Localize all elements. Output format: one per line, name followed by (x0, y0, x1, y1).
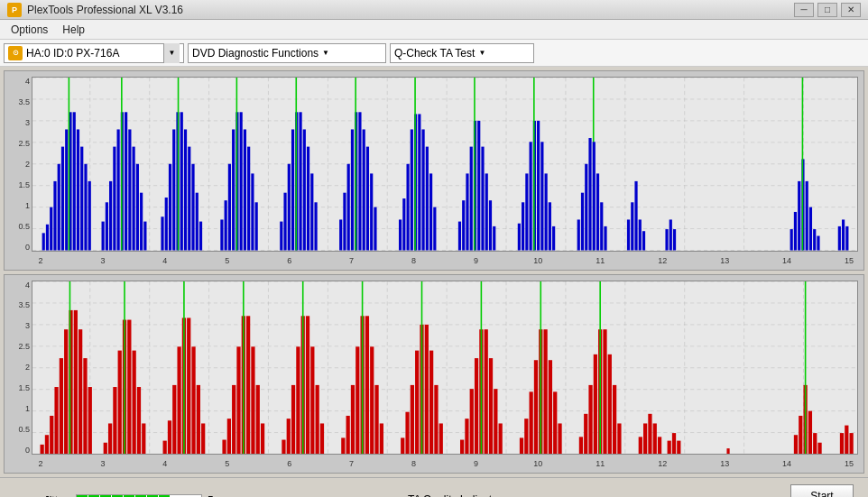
function-selector[interactable]: DVD Diagnostic Functions ▼ (188, 43, 386, 63)
x-label: 12 (653, 256, 671, 265)
svg-rect-207 (191, 346, 195, 454)
start-button[interactable]: Start (790, 484, 854, 498)
x-label: 4 (156, 459, 174, 468)
svg-rect-57 (188, 147, 190, 251)
svg-rect-27 (61, 147, 64, 251)
svg-rect-31 (73, 112, 76, 250)
svg-rect-52 (172, 129, 175, 250)
svg-rect-64 (232, 129, 235, 250)
x-label: 6 (281, 459, 299, 468)
maximize-button[interactable]: □ (817, 3, 837, 17)
bottom-chart-svg (32, 281, 857, 455)
svg-rect-289 (794, 435, 798, 454)
svg-rect-149 (806, 181, 808, 251)
svg-rect-136 (627, 219, 630, 250)
menu-help[interactable]: Help (55, 22, 92, 38)
jitter-value: 5 (208, 494, 214, 498)
app-icon: P (7, 3, 22, 17)
svg-rect-266 (543, 329, 547, 454)
svg-rect-181 (54, 387, 58, 454)
svg-rect-213 (236, 346, 240, 454)
close-button[interactable]: ✕ (841, 3, 861, 17)
svg-rect-24 (50, 207, 52, 251)
svg-rect-262 (530, 391, 533, 454)
svg-rect-239 (380, 423, 383, 454)
svg-rect-210 (222, 439, 226, 454)
y-label: 1 (25, 201, 30, 210)
svg-rect-91 (366, 147, 369, 251)
metrics-section: Jitter: 5 Peak Shift: (7, 494, 390, 498)
svg-rect-48 (143, 222, 146, 251)
svg-rect-83 (339, 219, 342, 250)
svg-rect-282 (648, 413, 651, 454)
svg-rect-180 (50, 415, 53, 454)
svg-rect-152 (817, 236, 819, 251)
device-dropdown-arrow[interactable]: ▼ (163, 43, 180, 63)
svg-rect-197 (133, 350, 136, 454)
svg-rect-211 (227, 419, 231, 454)
svg-rect-246 (425, 324, 429, 454)
svg-rect-237 (370, 346, 374, 454)
x-label: 6 (281, 256, 299, 265)
svg-rect-203 (177, 346, 180, 454)
y-label: 3 (25, 321, 30, 330)
svg-rect-85 (347, 164, 350, 251)
svg-rect-295 (817, 442, 821, 454)
svg-rect-22 (42, 233, 45, 250)
x-label: 10 (529, 256, 547, 265)
main-content: 4 3.5 3 2.5 2 1.5 1 0.5 0 (0, 67, 868, 477)
svg-rect-257 (489, 358, 493, 454)
svg-rect-124 (545, 173, 548, 250)
device-label: HA:0 ID:0 PX-716A (26, 47, 160, 60)
device-selector[interactable]: ⊙ HA:0 ID:0 PX-716A ▼ (4, 43, 184, 63)
svg-rect-286 (672, 433, 676, 454)
svg-rect-153 (838, 226, 841, 251)
y-label: 2 (25, 160, 30, 169)
menu-options[interactable]: Options (4, 22, 55, 38)
top-chart-x-axis: 2 3 4 5 6 7 8 9 10 11 12 13 14 15 (32, 253, 858, 268)
svg-rect-193 (118, 350, 122, 454)
test-selector[interactable]: Q-Check TA Test ▼ (390, 43, 534, 63)
svg-rect-28 (65, 129, 68, 250)
x-label: 7 (343, 256, 361, 265)
svg-rect-182 (60, 358, 63, 454)
svg-rect-130 (588, 138, 591, 250)
svg-rect-151 (813, 229, 816, 250)
x-label: 2 (32, 256, 50, 265)
svg-rect-231 (346, 415, 350, 454)
svg-rect-145 (794, 212, 797, 251)
svg-rect-114 (489, 200, 492, 250)
svg-rect-46 (136, 164, 139, 251)
svg-rect-26 (58, 164, 60, 251)
svg-rect-187 (78, 329, 82, 454)
svg-rect-198 (137, 387, 141, 454)
svg-rect-263 (534, 360, 538, 454)
function-label: DVD Diagnostic Functions (192, 47, 319, 60)
svg-rect-189 (88, 387, 92, 454)
svg-rect-281 (643, 423, 647, 454)
svg-rect-223 (296, 346, 300, 454)
test-label: Q-Check TA Test (394, 47, 475, 60)
svg-rect-141 (665, 229, 668, 250)
svg-rect-179 (45, 435, 49, 454)
svg-rect-243 (415, 350, 419, 454)
menubar: Options Help (0, 20, 868, 40)
svg-rect-132 (593, 142, 596, 250)
svg-rect-155 (845, 226, 848, 251)
svg-rect-232 (351, 384, 355, 454)
top-chart: 4 3.5 3 2.5 2 1.5 1 0.5 0 (4, 70, 864, 271)
svg-rect-137 (631, 202, 633, 250)
svg-rect-277 (608, 354, 612, 454)
svg-rect-81 (310, 173, 313, 250)
svg-rect-212 (232, 384, 235, 454)
svg-rect-208 (197, 384, 200, 454)
y-label: 0 (25, 243, 30, 252)
minimize-button[interactable]: ─ (794, 3, 814, 17)
y-label: 1.5 (18, 383, 30, 392)
svg-rect-105 (458, 222, 461, 251)
svg-rect-38 (109, 181, 112, 251)
y-label: 1.5 (18, 180, 30, 189)
svg-rect-67 (240, 112, 243, 250)
svg-rect-82 (314, 202, 317, 250)
x-label: 8 (405, 256, 423, 265)
